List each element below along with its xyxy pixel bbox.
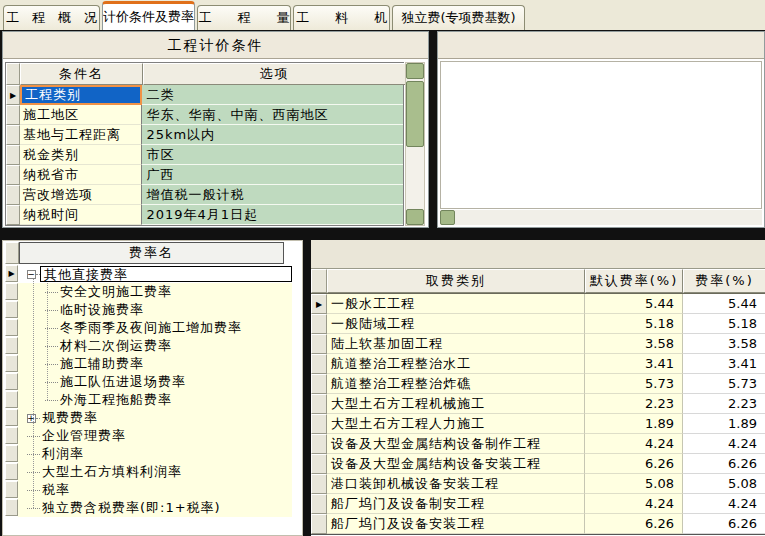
fee-category-cell[interactable]: 大型土石方工程机械施工 [327,394,585,414]
rate-cell[interactable]: 6.26 [683,514,765,534]
fee-category-cell[interactable]: 港口装卸机械设备安装工程 [327,474,585,494]
tree-item[interactable]: 独立费含税费率(即:1+税率) [5,499,300,517]
expand-icon[interactable]: + [27,414,36,423]
default-rate-cell[interactable]: 3.41 [585,354,683,374]
condition-name-cell[interactable]: 施工地区 [20,105,142,125]
default-rate-cell[interactable]: 6.26 [585,514,683,534]
condition-row[interactable]: 施工地区华东、华南、中南、西南地区 [6,105,403,125]
tree-item[interactable]: 材料二次倒运费率 [5,337,300,355]
fee-category-cell[interactable]: 航道整治工程整治水工 [327,354,585,374]
condition-name-cell[interactable]: 基地与工程距离 [20,125,142,145]
detail-panel-hscrollbar[interactable] [440,210,762,225]
default-rate-cell[interactable]: 4.24 [585,494,683,514]
rate-cell[interactable]: 4.24 [683,494,765,514]
tab-1[interactable]: 工 程 概 况 [3,5,100,30]
condition-name-cell[interactable]: 工程类别 [20,85,142,105]
rate-cell[interactable]: 5.08 [683,474,765,494]
fee-category-cell[interactable]: 一般陆域工程 [327,314,585,334]
condition-row[interactable]: 纳税省市广西 [6,165,403,185]
tree-item-content[interactable]: 外海工程拖船费率 [18,391,292,409]
tree-item-content[interactable]: 临时设施费率 [18,301,292,319]
tree-item[interactable]: 冬季雨季及夜间施工增加费率 [5,319,300,337]
conditions-scrollbar[interactable] [405,62,425,226]
default-rate-cell[interactable]: 3.58 [585,334,683,354]
condition-value-cell[interactable]: 市区 [142,145,403,165]
default-rate-cell[interactable]: 5.18 [585,314,683,334]
tree-item-content[interactable]: 利润率 [18,445,292,463]
condition-value-cell[interactable]: 华东、华南、中南、西南地区 [142,105,403,125]
rate-cell[interactable]: 3.58 [683,334,765,354]
condition-value-cell[interactable]: 25km以内 [142,125,403,145]
default-rate-cell[interactable]: 5.44 [585,294,683,314]
tab-5[interactable]: 独立费(专项费基数) [392,5,525,30]
tree-item-content[interactable]: 独立费含税费率(即:1+税率) [18,499,292,517]
tree-item[interactable]: 施工辅助费率 [5,355,300,373]
default-rate-cell[interactable]: 4.24 [585,434,683,454]
condition-row[interactable]: 纳税时间2019年4月1日起 [6,205,403,225]
tree-item[interactable]: 利润率 [5,445,300,463]
default-rate-cell[interactable]: 2.23 [585,394,683,414]
tree-item[interactable]: ▶−其他直接费率 [5,265,300,283]
rate-table-row[interactable]: 设备及大型金属结构设备制作工程4.244.24 [311,434,765,454]
rate-cell[interactable]: 5.18 [683,314,765,334]
default-rate-cell[interactable]: 5.08 [585,474,683,494]
tree-item-content[interactable]: 安全文明施工费率 [18,283,292,301]
tab-4[interactable]: 工 料 机 [293,5,390,30]
fee-category-cell[interactable]: 大型土石方工程人力施工 [327,414,585,434]
rate-table-row[interactable]: 大型土石方工程人力施工1.891.89 [311,414,765,434]
tree-item-content[interactable]: 施工辅助费率 [18,355,292,373]
tree-item-content[interactable]: 企业管理费率 [18,427,292,445]
condition-value-cell[interactable]: 增值税一般计税 [142,185,403,205]
fee-category-cell[interactable]: 一般水工工程 [327,294,585,314]
rate-table-row[interactable]: 港口装卸机械设备安装工程5.085.08 [311,474,765,494]
tree-item-content[interactable]: 大型土石方填料利润率 [18,463,292,481]
tree-item[interactable]: 外海工程拖船费率 [5,391,300,409]
condition-row[interactable]: 基地与工程距离25km以内 [6,125,403,145]
default-rate-cell[interactable]: 1.89 [585,414,683,434]
scroll-down-icon[interactable] [406,209,424,225]
rate-table-row[interactable]: 航道整治工程整治炸礁5.735.73 [311,374,765,394]
fee-category-cell[interactable]: 船厂坞门及设备安装工程 [327,514,585,534]
condition-row[interactable]: 营改增选项增值税一般计税 [6,185,403,205]
tree-item[interactable]: +规费费率 [5,409,300,427]
rate-table-row[interactable]: ▶一般水工工程5.445.44 [311,294,765,314]
tree-item[interactable]: 企业管理费率 [5,427,300,445]
fee-category-cell[interactable]: 设备及大型金属结构设备安装工程 [327,454,585,474]
tree-item-content[interactable]: −其他直接费率 [18,265,292,283]
rate-cell[interactable]: 3.41 [683,354,765,374]
rate-table-row[interactable]: 航道整治工程整治水工3.413.41 [311,354,765,374]
tree-item[interactable]: 临时设施费率 [5,301,300,319]
tree-item[interactable]: 安全文明施工费率 [5,283,300,301]
condition-row[interactable]: 税金类别市区 [6,145,403,165]
fee-category-cell[interactable]: 航道整治工程整治炸礁 [327,374,585,394]
rate-cell[interactable]: 2.23 [683,394,765,414]
condition-row[interactable]: ▶工程类别二类 [6,85,403,105]
condition-name-cell[interactable]: 纳税时间 [20,205,142,225]
fee-category-cell[interactable]: 船厂坞门及设备制安工程 [327,494,585,514]
default-rate-cell[interactable]: 6.26 [585,454,683,474]
rate-table-row[interactable]: 大型土石方工程机械施工2.232.23 [311,394,765,414]
condition-value-cell[interactable]: 2019年4月1日起 [142,205,403,225]
rate-cell[interactable]: 4.24 [683,434,765,454]
fee-category-cell[interactable]: 陆上软基加固工程 [327,334,585,354]
rate-table-row[interactable]: 船厂坞门及设备制安工程4.244.24 [311,494,765,514]
default-rate-cell[interactable]: 5.73 [585,374,683,394]
condition-name-cell[interactable]: 纳税省市 [20,165,142,185]
tree-item-content[interactable]: 材料二次倒运费率 [18,337,292,355]
condition-value-cell[interactable]: 二类 [142,85,403,105]
condition-name-cell[interactable]: 税金类别 [20,145,142,165]
tree-item-content[interactable]: +规费费率 [18,409,292,427]
tree-item-content[interactable]: 冬季雨季及夜间施工增加费率 [18,319,292,337]
rate-table-row[interactable]: 船厂坞门及设备安装工程6.266.26 [311,514,765,534]
tab-3[interactable]: 工 程 量 [197,5,291,30]
tree-item[interactable]: 施工队伍进退场费率 [5,373,300,391]
tree-item[interactable]: 大型土石方填料利润率 [5,463,300,481]
tree-item-content[interactable]: 税率 [18,481,292,499]
scroll-up-icon[interactable] [406,63,424,79]
tree-item-content[interactable]: 施工队伍进退场费率 [18,373,292,391]
tree-item[interactable]: 税率 [5,481,300,499]
rate-table-row[interactable]: 陆上软基加固工程3.583.58 [311,334,765,354]
tab-2[interactable]: 计价条件及费率 [102,1,195,30]
rate-cell[interactable]: 5.44 [683,294,765,314]
scrollbar-thumb[interactable] [406,81,424,147]
